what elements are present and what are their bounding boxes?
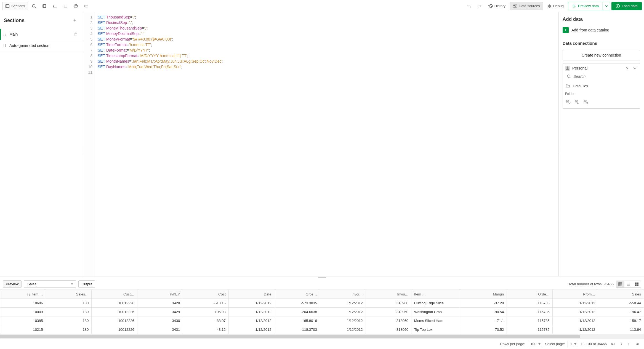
indent-button[interactable] [50, 2, 60, 10]
variables-button[interactable] [82, 2, 91, 10]
prev-page-button[interactable]: ‹ [619, 341, 624, 347]
column-header[interactable]: Item … [411, 290, 461, 299]
column-header[interactable]: Cost [183, 290, 229, 299]
output-tab-label: Output [81, 282, 92, 286]
table-cell: 10696 [0, 299, 46, 308]
outdent-icon [63, 4, 68, 8]
pager: Rows per page: 100 Select page: 1 1 - 10… [0, 339, 644, 349]
table-cell: -196.47 [598, 308, 644, 316]
code-editor[interactable]: 1234567891011 SET ThousandSep=',';SET De… [82, 12, 558, 276]
space-dropdown-button[interactable] [632, 66, 638, 70]
output-tab-button[interactable]: Output [78, 280, 95, 288]
source-selector[interactable]: Sales [24, 280, 76, 288]
column-header[interactable]: Date [228, 290, 274, 299]
history-button[interactable]: History [485, 2, 509, 10]
column-header[interactable]: Orde… [507, 290, 553, 299]
create-new-connection-button[interactable]: Create new connection [563, 50, 640, 60]
redo-button[interactable] [475, 2, 484, 10]
add-section-button[interactable]: + [71, 17, 78, 24]
preview-grid-scroll[interactable]: ↑↓Item …Sales…Cust…%KEYCostDateGros…Invo… [0, 290, 644, 334]
table-cell: -513.15 [183, 299, 229, 308]
select-page-select[interactable]: 1 [568, 342, 578, 346]
search-button[interactable] [29, 2, 39, 10]
load-data-button[interactable]: Load data [611, 2, 642, 10]
svg-point-39 [5, 34, 6, 34]
table-cell: 1/12/2012 [552, 308, 598, 316]
delete-section-button[interactable] [74, 32, 78, 36]
connection-card-personal: Personal ✕ DataFiles Folder [563, 63, 640, 109]
top-toolbar: Sections [0, 0, 644, 12]
table-cell: -70.52 [461, 325, 507, 334]
svg-rect-4 [43, 4, 46, 7]
table-cell: 1/12/2012 [320, 299, 366, 308]
data-panel-resize-handle[interactable] [558, 144, 560, 155]
edit-connection-button[interactable] [583, 100, 588, 105]
toolbar-right: History Data sources Debug Preview data … [464, 2, 642, 10]
search-icon [567, 74, 571, 79]
view-table-button[interactable] [616, 281, 624, 287]
view-mode-buttons [616, 281, 641, 288]
create-new-connection-label: Create new connection [582, 53, 621, 57]
svg-rect-70 [635, 283, 637, 284]
next-page-button[interactable]: › [627, 341, 631, 347]
column-header[interactable]: Sales [598, 290, 644, 299]
connection-datafiles-row[interactable]: DataFiles [565, 82, 638, 90]
table-row[interactable]: 10009180100122263429-105.931/12/2012-204… [0, 308, 644, 316]
connection-search-input[interactable] [573, 74, 636, 79]
table-cell: 1/12/2012 [228, 325, 274, 334]
rows-per-page-select[interactable]: 100 [528, 342, 542, 346]
column-header[interactable]: Margin [461, 290, 507, 299]
column-header[interactable]: ↑↓Item … [0, 290, 46, 299]
preview-data-button[interactable]: Preview data [568, 2, 603, 10]
preview-table: ↑↓Item …Sales…Cust…%KEYCostDateGros…Invo… [0, 290, 644, 334]
scrollbar-thumb[interactable] [0, 335, 580, 338]
column-header[interactable]: Prom… [552, 290, 598, 299]
column-header[interactable]: Invoi… [320, 290, 366, 299]
svg-point-14 [76, 7, 76, 7]
first-page-button[interactable]: ⏮ [610, 341, 616, 347]
horizontal-scrollbar[interactable] [0, 334, 644, 339]
comment-toggle-button[interactable] [40, 2, 49, 10]
sections-toggle-button[interactable]: Sections [2, 2, 28, 10]
table-cell: 1/12/2012 [552, 299, 598, 308]
column-header[interactable]: Gros… [274, 290, 320, 299]
column-header[interactable]: Sales… [46, 290, 92, 299]
column-header[interactable]: Cust… [92, 290, 137, 299]
bug-icon [547, 4, 552, 8]
select-page-label: Select page: [545, 342, 565, 346]
table-cell: 115785 [507, 316, 553, 325]
table-cell: 115785 [507, 308, 553, 316]
editor-content[interactable]: SET ThousandSep=',';SET DecimalSep='.';S… [95, 12, 558, 276]
section-item-autogen[interactable]: Auto-generated section [0, 40, 82, 51]
table-cell: 10215 [0, 325, 46, 334]
table-row[interactable]: 10696180100122263428-513.151/12/2012-573… [0, 299, 644, 308]
table-row[interactable]: 10215180100122263431-43.121/12/2012-118.… [0, 325, 644, 334]
insert-script-button[interactable] [574, 100, 579, 105]
data-sources-button[interactable]: Data sources [510, 2, 543, 10]
select-data-button[interactable] [566, 100, 571, 105]
table-cell: 10012226 [92, 325, 137, 334]
preview-tab-button[interactable]: Preview [3, 280, 22, 288]
column-header[interactable]: %KEY [137, 290, 183, 299]
svg-point-55 [575, 100, 578, 102]
add-from-catalog-button[interactable]: + Add from data catalog [563, 26, 640, 36]
plus-icon: + [73, 18, 76, 23]
table-cell: 10385 [0, 316, 46, 325]
last-page-button[interactable]: ⏭ [634, 341, 641, 347]
table-row[interactable]: 10385180100122263430-88.071/12/2012-165.… [0, 316, 644, 325]
preview-resize-handle[interactable] [0, 276, 644, 279]
outdent-button[interactable] [61, 2, 70, 10]
column-header[interactable]: Invoi… [366, 290, 411, 299]
view-grid-button[interactable] [633, 281, 641, 287]
view-list-button[interactable] [624, 281, 633, 287]
table-cell: 318960 [366, 316, 411, 325]
undo-button[interactable] [464, 2, 474, 10]
sections-resize-handle[interactable] [81, 144, 83, 155]
preview-data-dropdown[interactable] [603, 2, 610, 10]
clear-space-button[interactable]: ✕ [625, 66, 630, 70]
section-item-main[interactable]: Main [0, 29, 82, 40]
help-button[interactable] [71, 2, 81, 10]
svg-point-40 [4, 35, 4, 36]
sections-toggle-label: Sections [11, 4, 25, 8]
debug-button[interactable]: Debug [544, 2, 567, 10]
